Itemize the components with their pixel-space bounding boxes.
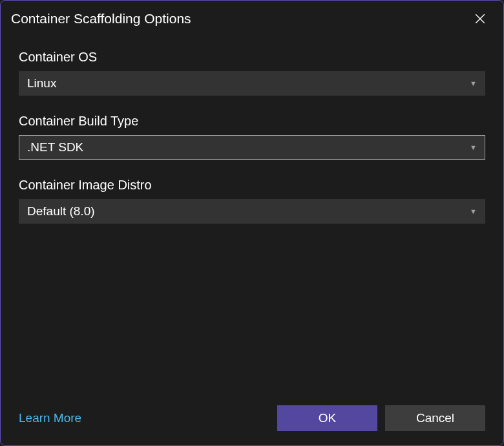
container-image-distro-dropdown[interactable]: Default (8.0) ▼ xyxy=(19,199,485,224)
container-os-dropdown[interactable]: Linux ▼ xyxy=(19,71,485,96)
chevron-down-icon: ▼ xyxy=(470,143,477,151)
close-button[interactable] xyxy=(470,8,490,29)
container-image-distro-label: Container Image Distro xyxy=(19,178,485,193)
container-build-type-label: Container Build Type xyxy=(19,114,485,129)
container-build-type-dropdown[interactable]: .NET SDK ▼ xyxy=(19,135,485,160)
container-image-distro-value: Default (8.0) xyxy=(27,204,95,218)
chevron-down-icon: ▼ xyxy=(470,207,477,215)
titlebar: Container Scaffolding Options xyxy=(1,1,503,34)
cancel-button[interactable]: Cancel xyxy=(385,405,485,431)
dialog-content: Container OS Linux ▼ Container Build Typ… xyxy=(1,34,503,394)
button-row: OK Cancel xyxy=(277,405,485,431)
dialog-title: Container Scaffolding Options xyxy=(11,11,191,27)
close-icon xyxy=(474,13,486,25)
container-os-field: Container OS Linux ▼ xyxy=(19,50,485,96)
learn-more-link[interactable]: Learn More xyxy=(19,411,81,425)
container-image-distro-field: Container Image Distro Default (8.0) ▼ xyxy=(19,178,485,224)
dialog-footer: Learn More OK Cancel xyxy=(1,394,503,445)
container-build-type-value: .NET SDK xyxy=(27,140,83,154)
scaffolding-options-dialog: Container Scaffolding Options Container … xyxy=(0,0,504,446)
ok-button[interactable]: OK xyxy=(277,405,377,431)
chevron-down-icon: ▼ xyxy=(470,80,477,87)
container-os-value: Linux xyxy=(27,76,56,90)
container-os-label: Container OS xyxy=(19,50,485,65)
container-build-type-field: Container Build Type .NET SDK ▼ xyxy=(19,114,485,160)
